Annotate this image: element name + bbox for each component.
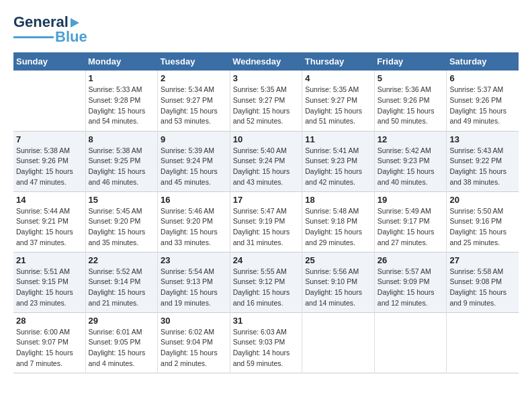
day-info: Sunrise: 5:46 AM Sunset: 9:20 PM Dayligh…	[161, 206, 227, 248]
calendar-cell: 8Sunrise: 5:38 AM Sunset: 9:25 PM Daylig…	[85, 131, 158, 191]
calendar-cell: 27Sunrise: 5:58 AM Sunset: 9:08 PM Dayli…	[447, 252, 519, 312]
day-info: Sunrise: 5:56 AM Sunset: 9:10 PM Dayligh…	[305, 267, 371, 309]
calendar-cell: 20Sunrise: 5:50 AM Sunset: 9:16 PM Dayli…	[447, 191, 519, 252]
day-number: 6	[449, 73, 516, 83]
day-number: 12	[378, 134, 444, 144]
day-info: Sunrise: 5:42 AM Sunset: 9:23 PM Dayligh…	[378, 146, 444, 188]
calendar-cell	[447, 312, 519, 373]
day-number: 1	[89, 73, 155, 83]
day-number: 3	[233, 73, 300, 83]
day-info: Sunrise: 6:02 AM Sunset: 9:04 PM Dayligh…	[161, 327, 227, 369]
calendar-cell: 9Sunrise: 5:39 AM Sunset: 9:24 PM Daylig…	[158, 131, 230, 191]
day-info: Sunrise: 6:03 AM Sunset: 9:03 PM Dayligh…	[233, 327, 300, 369]
day-number: 26	[378, 255, 444, 265]
calendar-cell	[302, 312, 375, 373]
day-info: Sunrise: 5:50 AM Sunset: 9:16 PM Dayligh…	[449, 206, 516, 248]
day-number: 29	[89, 316, 155, 326]
calendar-cell: 31Sunrise: 6:03 AM Sunset: 9:03 PM Dayli…	[230, 312, 302, 373]
day-info: Sunrise: 5:51 AM Sunset: 9:15 PM Dayligh…	[16, 267, 83, 309]
calendar-week-row: 7Sunrise: 5:38 AM Sunset: 9:26 PM Daylig…	[13, 131, 519, 191]
day-number: 31	[233, 316, 300, 326]
weekday-header: Tuesday	[158, 52, 230, 71]
day-number: 7	[16, 134, 83, 144]
calendar-cell: 2Sunrise: 5:34 AM Sunset: 9:27 PM Daylig…	[158, 71, 230, 131]
day-number: 20	[449, 195, 516, 205]
day-info: Sunrise: 5:44 AM Sunset: 9:21 PM Dayligh…	[16, 206, 83, 248]
weekday-header: Saturday	[447, 52, 519, 71]
calendar-cell: 16Sunrise: 5:46 AM Sunset: 9:20 PM Dayli…	[158, 191, 230, 252]
day-number: 14	[16, 195, 83, 205]
day-info: Sunrise: 5:36 AM Sunset: 9:26 PM Dayligh…	[378, 85, 444, 127]
calendar-cell: 26Sunrise: 5:57 AM Sunset: 9:09 PM Dayli…	[374, 252, 447, 312]
calendar-cell	[13, 71, 85, 131]
day-info: Sunrise: 5:58 AM Sunset: 9:08 PM Dayligh…	[449, 267, 516, 309]
calendar-week-row: 1Sunrise: 5:33 AM Sunset: 9:28 PM Daylig…	[13, 71, 519, 131]
calendar-week-row: 28Sunrise: 6:00 AM Sunset: 9:07 PM Dayli…	[13, 312, 519, 373]
day-number: 13	[449, 134, 516, 144]
day-number: 9	[161, 134, 227, 144]
day-info: Sunrise: 5:38 AM Sunset: 9:26 PM Dayligh…	[16, 146, 83, 188]
calendar-cell: 22Sunrise: 5:52 AM Sunset: 9:14 PM Dayli…	[85, 252, 158, 312]
logo-underline	[13, 36, 54, 38]
calendar-cell: 14Sunrise: 5:44 AM Sunset: 9:21 PM Dayli…	[13, 191, 85, 252]
calendar-cell: 28Sunrise: 6:00 AM Sunset: 9:07 PM Dayli…	[13, 312, 85, 373]
day-number: 21	[16, 255, 83, 265]
day-info: Sunrise: 5:41 AM Sunset: 9:23 PM Dayligh…	[305, 146, 371, 188]
day-number: 18	[305, 195, 371, 205]
calendar-cell	[374, 312, 447, 373]
day-info: Sunrise: 5:52 AM Sunset: 9:14 PM Dayligh…	[89, 267, 155, 309]
day-info: Sunrise: 5:48 AM Sunset: 9:18 PM Dayligh…	[305, 206, 371, 248]
day-number: 19	[378, 195, 444, 205]
calendar-cell: 3Sunrise: 5:35 AM Sunset: 9:27 PM Daylig…	[230, 71, 302, 131]
weekday-header: Monday	[85, 52, 158, 71]
day-info: Sunrise: 5:33 AM Sunset: 9:28 PM Dayligh…	[89, 85, 155, 127]
day-info: Sunrise: 5:40 AM Sunset: 9:24 PM Dayligh…	[233, 146, 300, 188]
day-number: 5	[378, 73, 444, 83]
calendar-cell: 15Sunrise: 5:45 AM Sunset: 9:20 PM Dayli…	[85, 191, 158, 252]
calendar-cell: 25Sunrise: 5:56 AM Sunset: 9:10 PM Dayli…	[302, 252, 375, 312]
calendar-cell: 10Sunrise: 5:40 AM Sunset: 9:24 PM Dayli…	[230, 131, 302, 191]
day-info: Sunrise: 5:38 AM Sunset: 9:25 PM Dayligh…	[89, 146, 155, 188]
calendar-cell: 12Sunrise: 5:42 AM Sunset: 9:23 PM Dayli…	[374, 131, 447, 191]
calendar-cell: 6Sunrise: 5:37 AM Sunset: 9:26 PM Daylig…	[447, 71, 519, 131]
weekday-header: Thursday	[302, 52, 375, 71]
day-info: Sunrise: 6:01 AM Sunset: 9:05 PM Dayligh…	[89, 327, 155, 369]
day-number: 28	[16, 316, 83, 326]
day-info: Sunrise: 5:55 AM Sunset: 9:12 PM Dayligh…	[233, 267, 300, 309]
day-number: 17	[233, 195, 300, 205]
calendar-cell: 19Sunrise: 5:49 AM Sunset: 9:17 PM Dayli…	[374, 191, 447, 252]
logo: General Blue	[13, 13, 87, 46]
day-info: Sunrise: 5:57 AM Sunset: 9:09 PM Dayligh…	[378, 267, 444, 309]
day-number: 2	[161, 73, 227, 83]
day-info: Sunrise: 5:54 AM Sunset: 9:13 PM Dayligh…	[161, 267, 227, 309]
day-info: Sunrise: 5:49 AM Sunset: 9:17 PM Dayligh…	[378, 206, 444, 248]
weekday-header: Wednesday	[230, 52, 302, 71]
day-number: 27	[449, 255, 516, 265]
day-number: 15	[89, 195, 155, 205]
weekday-header: Sunday	[13, 52, 85, 71]
day-number: 25	[305, 255, 371, 265]
calendar-cell: 1Sunrise: 5:33 AM Sunset: 9:28 PM Daylig…	[85, 71, 158, 131]
calendar-cell: 7Sunrise: 5:38 AM Sunset: 9:26 PM Daylig…	[13, 131, 85, 191]
calendar-cell: 11Sunrise: 5:41 AM Sunset: 9:23 PM Dayli…	[302, 131, 375, 191]
day-number: 23	[161, 255, 227, 265]
calendar-cell: 21Sunrise: 5:51 AM Sunset: 9:15 PM Dayli…	[13, 252, 85, 312]
day-info: Sunrise: 5:47 AM Sunset: 9:19 PM Dayligh…	[233, 206, 300, 248]
calendar-header-row: SundayMondayTuesdayWednesdayThursdayFrid…	[13, 52, 519, 71]
day-info: Sunrise: 6:00 AM Sunset: 9:07 PM Dayligh…	[16, 327, 83, 369]
calendar-cell: 13Sunrise: 5:43 AM Sunset: 9:22 PM Dayli…	[447, 131, 519, 191]
weekday-header: Friday	[374, 52, 447, 71]
logo-blue: Blue	[55, 28, 87, 46]
calendar-cell: 23Sunrise: 5:54 AM Sunset: 9:13 PM Dayli…	[158, 252, 230, 312]
day-number: 22	[89, 255, 155, 265]
day-number: 16	[161, 195, 227, 205]
calendar-cell: 17Sunrise: 5:47 AM Sunset: 9:19 PM Dayli…	[230, 191, 302, 252]
day-info: Sunrise: 5:45 AM Sunset: 9:20 PM Dayligh…	[89, 206, 155, 248]
calendar-cell: 24Sunrise: 5:55 AM Sunset: 9:12 PM Dayli…	[230, 252, 302, 312]
day-number: 4	[305, 73, 371, 83]
calendar-cell: 18Sunrise: 5:48 AM Sunset: 9:18 PM Dayli…	[302, 191, 375, 252]
logo-arrow-icon	[71, 18, 79, 28]
day-info: Sunrise: 5:37 AM Sunset: 9:26 PM Dayligh…	[449, 85, 516, 127]
calendar-cell: 30Sunrise: 6:02 AM Sunset: 9:04 PM Dayli…	[158, 312, 230, 373]
day-info: Sunrise: 5:35 AM Sunset: 9:27 PM Dayligh…	[233, 85, 300, 127]
